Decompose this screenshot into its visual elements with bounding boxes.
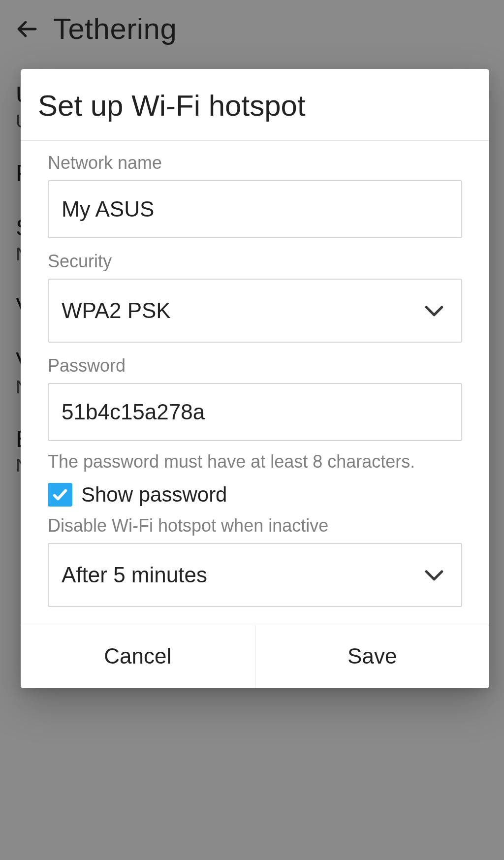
password-input[interactable] (48, 383, 462, 441)
save-button[interactable]: Save (255, 625, 490, 688)
network-name-label: Network name (48, 153, 462, 173)
cancel-button[interactable]: Cancel (21, 625, 255, 688)
chevron-down-icon (424, 568, 444, 582)
dialog-title: Set up Wi-Fi hotspot (21, 69, 489, 141)
show-password-label: Show password (81, 483, 227, 507)
inactive-select[interactable]: After 5 minutes (48, 543, 462, 607)
password-helper: The password must have at least 8 charac… (48, 450, 462, 474)
show-password-row[interactable]: Show password (48, 483, 462, 507)
security-value: WPA2 PSK (62, 298, 171, 323)
security-label: Security (48, 251, 462, 272)
chevron-down-icon (424, 304, 444, 318)
show-password-checkbox[interactable] (48, 483, 72, 507)
password-label: Password (48, 355, 462, 376)
network-name-input[interactable] (48, 180, 462, 238)
dialog-actions: Cancel Save (21, 625, 489, 688)
inactive-label: Disable Wi-Fi hotspot when inactive (48, 515, 462, 536)
hotspot-dialog: Set up Wi-Fi hotspot Network name Securi… (21, 69, 489, 688)
inactive-value: After 5 minutes (62, 563, 207, 587)
security-select[interactable]: WPA2 PSK (48, 279, 462, 343)
